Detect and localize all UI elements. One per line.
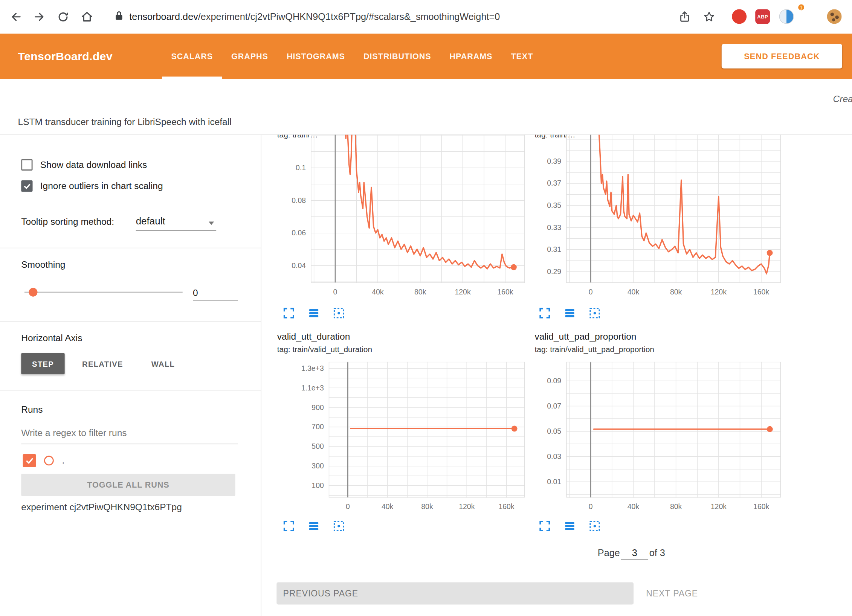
back-icon[interactable] (9, 9, 24, 24)
runs-filter-input[interactable] (21, 422, 238, 444)
tab-text[interactable]: TEXT (502, 34, 542, 79)
fit-domain-icon[interactable] (588, 520, 601, 532)
smoothing-label: Smoothing (21, 260, 65, 271)
lines-icon[interactable] (563, 520, 576, 532)
tooltip-sorting-label: Tooltip sorting method: (21, 217, 114, 228)
svg-text:300: 300 (311, 462, 324, 470)
svg-text:0.06: 0.06 (292, 229, 306, 237)
toggle-all-runs-button[interactable]: TOGGLE ALL RUNS (21, 474, 235, 496)
svg-text:120k: 120k (711, 288, 727, 296)
svg-text:80k: 80k (421, 502, 433, 511)
runs-label: Runs (21, 405, 43, 416)
svg-text:120k: 120k (455, 288, 470, 296)
chevron-down-icon (209, 222, 214, 225)
axis-relative-button[interactable]: RELATIVE (71, 353, 134, 374)
tooltip-sorting-dropdown[interactable]: default (136, 216, 217, 231)
tab-distributions[interactable]: DISTRIBUTIONS (354, 34, 440, 79)
svg-text:120k: 120k (459, 502, 475, 511)
home-icon[interactable] (79, 9, 95, 24)
fullscreen-icon[interactable] (282, 307, 295, 319)
svg-text:0.39: 0.39 (547, 157, 561, 165)
svg-text:80k: 80k (414, 288, 426, 296)
abp-extension-icon[interactable]: ABP (755, 9, 770, 24)
lines-icon[interactable] (308, 520, 320, 532)
axis-wall-button[interactable]: WALL (140, 353, 186, 374)
send-feedback-button[interactable]: SEND FEEDBACK (722, 44, 842, 69)
tab-hparams[interactable]: HPARAMS (440, 34, 502, 79)
scalar-chart[interactable]: 0.010.030.050.070.09040k80k120k160k (535, 362, 789, 516)
chart-header: valid_utt_duration tag: train/valid_utt_… (277, 331, 527, 354)
checkbox[interactable] (21, 159, 32, 171)
svg-text:40k: 40k (628, 288, 640, 296)
ignore-outliers-checkbox[interactable]: Ignore outliers in chart scaling (21, 180, 163, 192)
pagination: Page of 3 (598, 547, 665, 560)
forward-icon[interactable] (32, 9, 47, 24)
chart-actions (539, 307, 601, 319)
adblock-extension-icon[interactable] (732, 9, 747, 24)
axis-step-button[interactable]: STEP (21, 353, 65, 374)
run-name: . (62, 455, 64, 466)
scalar-chart[interactable]: 1003005007009001.1e+31.3e+3040k80k120k16… (277, 362, 533, 516)
extension-icon[interactable] (779, 9, 794, 24)
fullscreen-icon[interactable] (539, 307, 551, 319)
lines-icon[interactable] (563, 307, 576, 319)
created-text-clipped: Crea (833, 94, 852, 105)
run-row[interactable]: . (23, 454, 65, 467)
svg-text:0.37: 0.37 (547, 179, 561, 187)
divider (0, 390, 261, 391)
svg-text:0.03: 0.03 (547, 452, 561, 460)
bookmark-star-icon[interactable] (701, 9, 716, 24)
checkbox[interactable] (21, 180, 32, 192)
fit-domain-icon[interactable] (588, 307, 601, 319)
scalar-chart[interactable]: 0.040.060.080.1040k80k120k160k (277, 134, 533, 301)
svg-text:1.3e+3: 1.3e+3 (301, 364, 324, 372)
reload-icon[interactable] (55, 9, 70, 24)
fit-domain-icon[interactable] (333, 520, 345, 532)
svg-text:40k: 40k (382, 502, 394, 511)
url-text: tensorboard.dev/experiment/cj2vtPiwQHKN9… (129, 11, 500, 23)
chart-tag: tag: train/valid_utt_pad_proportion (535, 345, 785, 354)
lock-icon (114, 10, 124, 23)
chart-actions (539, 520, 601, 532)
chart-actions (282, 520, 345, 532)
svg-text:0.1: 0.1 (296, 163, 306, 172)
page-number-input[interactable] (621, 547, 648, 560)
previous-page-button[interactable]: PREVIOUS PAGE (276, 582, 634, 604)
run-checkbox[interactable] (23, 454, 36, 467)
next-page-button[interactable]: NEXT PAGE (646, 582, 698, 604)
svg-text:700: 700 (311, 422, 324, 431)
app-header: TensorBoard.dev SCALARS GRAPHS HISTOGRAM… (0, 34, 852, 79)
lines-icon[interactable] (308, 307, 320, 319)
share-icon[interactable] (677, 9, 692, 24)
tab-scalars[interactable]: SCALARS (162, 34, 222, 79)
smoothing-slider-thumb[interactable] (29, 288, 37, 297)
run-color-swatch (44, 456, 54, 465)
fullscreen-icon[interactable] (282, 520, 295, 532)
dropdown-value: default (136, 216, 165, 227)
checkbox-label: Show data download links (40, 159, 147, 170)
tab-histograms[interactable]: HISTOGRAMS (277, 34, 354, 79)
svg-text:0: 0 (346, 502, 350, 511)
cookie-extension-icon[interactable] (827, 9, 842, 24)
experiment-id: experiment cj2vtPiwQHKN9Q1tx6PTpg (21, 502, 182, 513)
url-bar[interactable]: tensorboard.dev/experiment/cj2vtPiwQHKN9… (107, 6, 674, 27)
scalar-chart[interactable]: 0.290.310.330.350.370.39040k80k120k160k (533, 134, 788, 301)
extension-badge: 1 (797, 3, 805, 12)
app-logo[interactable]: TensorBoard.dev (18, 34, 113, 79)
svg-text:0: 0 (333, 288, 337, 296)
svg-text:0: 0 (589, 288, 593, 296)
fullscreen-icon[interactable] (539, 520, 551, 532)
divider (0, 321, 261, 322)
svg-text:0: 0 (589, 502, 593, 511)
smoothing-value-input[interactable] (193, 286, 238, 301)
page-of-label: of 3 (649, 547, 665, 559)
browser-window: tensorboard.dev/experiment/cj2vtPiwQHKN9… (0, 0, 852, 616)
fit-domain-icon[interactable] (333, 307, 345, 319)
svg-text:500: 500 (311, 442, 324, 450)
svg-text:0.29: 0.29 (547, 267, 561, 276)
subheader: Crea LSTM transducer training for LibriS… (0, 79, 852, 134)
tab-graphs[interactable]: GRAPHS (222, 34, 278, 79)
svg-text:0.05: 0.05 (547, 427, 561, 435)
show-download-links-checkbox[interactable]: Show data download links (21, 159, 147, 171)
smoothing-slider[interactable] (24, 292, 183, 293)
